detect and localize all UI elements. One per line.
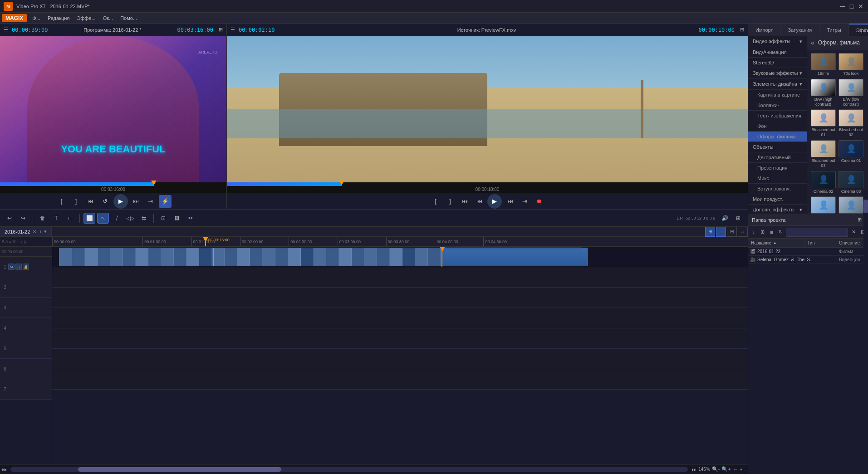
timeline-track-5[interactable] (52, 328, 748, 349)
tab-fade[interactable]: Затухания (780, 24, 819, 36)
menu-file[interactable]: Ф... (29, 13, 44, 23)
audio-meter-button[interactable]: 🔊 (719, 213, 731, 224)
zoom-up-button[interactable]: + (740, 467, 742, 472)
nav-presentation[interactable]: Презентация (748, 163, 807, 173)
project-search-clear[interactable]: ✕ (850, 227, 857, 237)
timeline-tab[interactable]: 2016-01-22 ✕ + ▾ (0, 227, 52, 236)
nav-add-effects[interactable]: Дополн. эффекты ▾ (748, 205, 807, 214)
nav-audio-effects[interactable]: Звуковые эффекты ▾ (748, 68, 807, 79)
source-prev-frame[interactable]: ⏮ (458, 195, 471, 208)
timeline-arrow-icon[interactable]: ▾ (44, 229, 47, 235)
trim-button[interactable]: ◁▷ (124, 213, 136, 224)
program-menu-icon[interactable]: ☰ (4, 27, 8, 33)
effect-16mm[interactable]: 👤 16mm (811, 53, 836, 76)
program-progress-bar[interactable] (0, 182, 226, 186)
pointer-button[interactable]: ↖ (97, 213, 109, 224)
menu-effects[interactable]: Эффе... (73, 13, 99, 23)
menu-edit[interactable]: Редакция (44, 13, 73, 23)
image-button[interactable]: 🖼 (171, 213, 183, 224)
timeline-track-4[interactable] (52, 308, 748, 328)
effect-cinema01[interactable]: 👤 Cinema 01 (839, 140, 863, 168)
track-1-solo[interactable]: S (15, 264, 22, 270)
program-expand-icon[interactable]: ⊞ (219, 27, 223, 33)
menu-ok[interactable]: Ок... (99, 13, 117, 23)
timeline-end-button[interactable]: ⏭ (691, 467, 696, 472)
program-prev-frame[interactable]: ⏮ (84, 195, 97, 208)
source-mark-out[interactable]: ] (444, 195, 456, 208)
effect-bw-high[interactable]: 👤 B/W (high contrast) (811, 79, 836, 107)
tab-titles[interactable]: Титры (819, 24, 848, 36)
timeline-track-7[interactable] (52, 369, 748, 390)
nav-vid-anim[interactable]: Вид/Анимация (748, 47, 807, 58)
undo-button[interactable]: ↩ (4, 213, 15, 224)
timeline-start-button[interactable]: ⏮ (2, 467, 7, 472)
project-list-button[interactable]: ≡ (768, 227, 775, 237)
nav-decorative[interactable]: Декоративный (748, 152, 807, 163)
storyboard-view-button[interactable]: ⊞ (705, 227, 715, 237)
zoom-in-button[interactable]: 🔍+ (721, 466, 731, 472)
track-1-mute[interactable]: M (8, 264, 15, 270)
effect-bw-low[interactable]: 👤 B/W (low contrast) (839, 79, 863, 107)
file-item-project[interactable]: 🎬 2016-01-22 Фильм (748, 248, 868, 256)
timeline-scroll[interactable]: 00:00:00:00 00:01:00:00 00:01:30:00 00:0… (52, 237, 748, 464)
close-button[interactable]: ✕ (857, 3, 864, 10)
timeline-scrollbar[interactable] (10, 467, 688, 472)
source-progress-bar[interactable] (227, 182, 748, 186)
right-scrollbar[interactable] (863, 191, 868, 463)
effect-cinema03[interactable]: 👤 Cinema 03 (839, 171, 863, 194)
project-import-button[interactable]: ↓ (750, 227, 757, 237)
grid-view-button[interactable]: ⊞ (732, 213, 744, 224)
project-refresh-button[interactable]: ↻ (777, 227, 784, 237)
effect-clean[interactable]: 👤 Clean (811, 196, 836, 214)
zoom-down-button[interactable]: - (744, 467, 746, 472)
effect-cinema02[interactable]: 👤 Cinema 02 (811, 171, 836, 194)
effect-bleached02[interactable]: 👤 Bleached out 02 (839, 109, 863, 137)
source-expand-icon[interactable]: ⊞ (740, 27, 744, 33)
program-mark-in[interactable]: [ (55, 195, 68, 208)
nav-collage[interactable]: Коллажи· (748, 100, 807, 111)
nav-pip[interactable]: Картина в картине (748, 90, 807, 100)
delete-button[interactable]: 🗑 (37, 213, 49, 224)
source-next-frame[interactable]: ⇥ (518, 195, 531, 208)
tab-effects[interactable]: Эффекты (849, 24, 868, 36)
file-item-video[interactable]: 🎥 Selena_Gomez_&_The_S... Видеоцли (748, 256, 868, 264)
program-lightning-button[interactable]: ⚡ (159, 195, 172, 208)
program-mark-out[interactable]: ] (70, 195, 83, 208)
nav-design-elements[interactable]: Элементы дизайна ▾ (748, 79, 807, 90)
group-button[interactable]: ⬜ (83, 213, 95, 224)
nav-test-img[interactable]: Тест- изображения (748, 111, 807, 121)
timeline-close-icon[interactable]: ✕ (33, 229, 36, 234)
project-grid-button[interactable]: ⊞ (759, 227, 766, 237)
nav-video-effects[interactable]: Видео эффекты ▾ (748, 36, 807, 47)
effect-bleached03[interactable]: 👤 Bleached out 03 (811, 140, 836, 168)
split-button[interactable]: ⧸ (111, 213, 123, 224)
timeline-track-1[interactable] (52, 247, 748, 267)
fit-view-button[interactable]: ↔ (733, 467, 738, 472)
timeline-track-2[interactable] (52, 267, 748, 288)
col-header-name[interactable]: Название ▲ (748, 239, 804, 247)
source-play-button[interactable]: ▶ (487, 194, 502, 209)
snap-button[interactable]: ⊡ (157, 213, 169, 224)
program-step-back[interactable]: ↺ (99, 195, 112, 208)
redo-button[interactable]: ↪ (17, 213, 29, 224)
minimize-button[interactable]: ─ (839, 3, 846, 10)
text-button[interactable]: T (50, 213, 62, 224)
effect-70s[interactable]: 👤 70s look (839, 53, 863, 76)
effect-cold[interactable]: 👤 Cold (839, 196, 863, 214)
cut-button[interactable]: ✂ (185, 213, 196, 224)
video-clip-1[interactable] (59, 248, 588, 266)
program-next-frame[interactable]: ⇥ (144, 195, 157, 208)
zoom-fit-button[interactable]: ↔ (738, 227, 748, 237)
source-mark-in[interactable]: [ (429, 195, 442, 208)
project-expand-button[interactable]: ⊞ (854, 215, 864, 225)
source-menu-icon[interactable]: ☰ (230, 27, 235, 33)
track-view-button[interactable]: ⊟ (727, 227, 737, 237)
nav-film-style[interactable]: Оформ. фильма (748, 132, 807, 142)
grid-back-arrow[interactable]: « (811, 39, 814, 46)
source-step-back[interactable]: ⏮ (473, 195, 485, 208)
project-search-input[interactable] (786, 228, 848, 237)
nav-my-presets[interactable]: Мои предуст. (748, 194, 807, 205)
tab-import[interactable]: Импорт (748, 24, 780, 36)
timeline-add-icon[interactable]: + (39, 229, 42, 235)
col-header-type[interactable]: Тип (804, 239, 836, 247)
